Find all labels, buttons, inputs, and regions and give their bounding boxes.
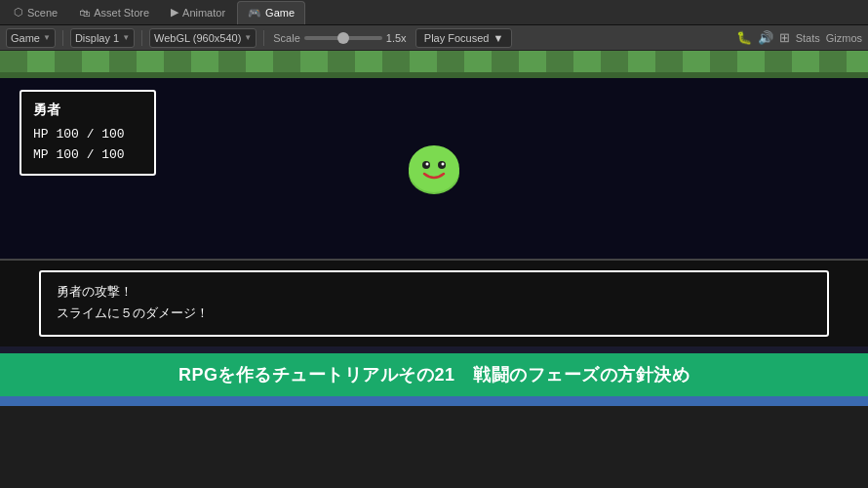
slime-character [405, 140, 463, 198]
separator-3 [263, 30, 264, 46]
display-dropdown[interactable]: Display 1 ▼ [70, 28, 135, 48]
webgl-dropdown[interactable]: WebGL (960x540) ▼ [149, 28, 256, 48]
hp-row: HP 100 / 100 [33, 125, 142, 145]
banner-text: RPGを作るチュートリアルその21 戦闘のフェーズの方針決め [178, 363, 690, 386]
svg-point-5 [442, 162, 445, 165]
game-icon: 🎮 [248, 7, 261, 20]
mp-row: MP 100 / 100 [33, 145, 142, 166]
dialog-line1: 勇者の攻撃！ [57, 282, 811, 304]
tab-scene[interactable]: ⬡ Scene [4, 1, 67, 24]
scale-control: Scale 1.5x [271, 32, 412, 44]
audio-icon[interactable]: 🔊 [758, 30, 773, 45]
separator-2 [141, 30, 142, 46]
status-box: 勇者 HP 100 / 100 MP 100 / 100 [20, 90, 156, 176]
bottom-strip [0, 396, 868, 406]
tab-animator[interactable]: ▶ Animator [161, 1, 235, 24]
chevron-down-icon: ▼ [43, 33, 51, 42]
toolbar-right: 🐛 🔊 ⊞ Stats Gizmos [736, 30, 862, 45]
stats-button[interactable]: Stats [796, 32, 820, 44]
chevron-down-icon: ▼ [244, 33, 252, 42]
asset-store-icon: 🛍 [79, 7, 90, 19]
play-focused-button[interactable]: Play Focused ▼ [415, 28, 513, 48]
scene-icon: ⬡ [14, 6, 23, 19]
separator-1 [62, 30, 63, 46]
bottom-banner: RPGを作るチュートリアルその21 戦闘のフェーズの方針決め [0, 353, 868, 396]
chevron-down-icon: ▼ [493, 32, 503, 44]
svg-point-4 [426, 162, 429, 165]
dialog-box: 勇者の攻撃！ スライムに５のダメージ！ [39, 270, 829, 337]
tab-bar: ⬡ Scene 🛍 Asset Store ▶ Animator 🎮 Game [0, 0, 868, 25]
grid-icon[interactable]: ⊞ [779, 30, 790, 45]
game-area: 勇者 HP 100 / 100 MP 100 / 100 [0, 78, 868, 259]
tab-asset-store[interactable]: 🛍 Asset Store [69, 1, 159, 24]
tab-game[interactable]: 🎮 Game [237, 1, 305, 24]
dialog-line2: スライムに５のダメージ！ [57, 304, 811, 325]
toolbar: Game ▼ Display 1 ▼ WebGL (960x540) ▼ Sca… [0, 25, 868, 51]
bug-icon[interactable]: 🐛 [736, 30, 752, 45]
hero-name: 勇者 [33, 100, 142, 121]
tile-border-top [0, 51, 868, 78]
scale-value: 1.5x [386, 32, 412, 44]
animator-icon: ▶ [171, 6, 178, 19]
game-dropdown[interactable]: Game ▼ [6, 28, 56, 48]
scale-label: Scale [273, 32, 300, 44]
gizmos-button[interactable]: Gizmos [826, 32, 862, 44]
scale-slider[interactable] [304, 36, 382, 40]
svg-point-1 [409, 145, 459, 192]
chevron-down-icon: ▼ [122, 33, 130, 42]
game-viewport: 勇者 HP 100 / 100 MP 100 / 100 [0, 51, 868, 353]
